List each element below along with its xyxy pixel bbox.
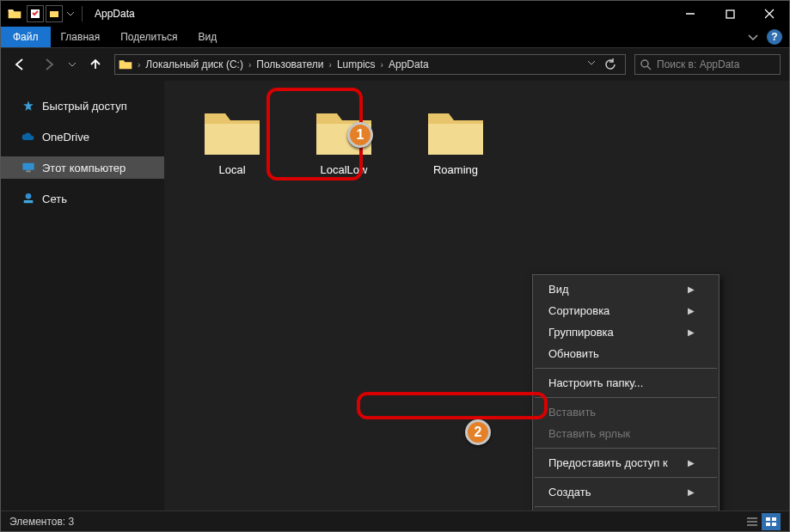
titlebar: AppData (1, 1, 789, 27)
chevron-right-icon: › (381, 60, 383, 70)
folder-locallow[interactable]: LocalLow (297, 107, 391, 176)
cloud-icon (21, 130, 35, 144)
drive-icon (119, 58, 132, 70)
svg-rect-3 (726, 10, 734, 18)
chevron-right-icon: ▶ (688, 487, 695, 497)
breadcrumb-seg[interactable]: Локальный диск (C:) (145, 58, 243, 70)
chevron-right-icon: ▶ (688, 327, 695, 337)
app-icon (8, 8, 21, 20)
chevron-right-icon: ▶ (688, 306, 695, 315)
tab-view[interactable]: Вид (187, 27, 227, 47)
separator (535, 448, 717, 449)
help-button[interactable]: ? (767, 29, 782, 45)
separator (535, 397, 717, 398)
sidebar-item-onedrive[interactable]: OneDrive (1, 125, 164, 148)
ctx-view[interactable]: Вид▶ (533, 278, 719, 300)
search-placeholder: Поиск в: AppData (657, 58, 739, 70)
qat-properties[interactable] (27, 5, 44, 22)
folder-local[interactable]: Local (185, 107, 279, 176)
svg-rect-16 (772, 517, 776, 521)
window-title: AppData (95, 8, 135, 20)
ctx-give-access[interactable]: Предоставить доступ к▶ (533, 452, 719, 474)
svg-rect-17 (766, 523, 770, 526)
sidebar-item-label: Быстрый доступ (42, 100, 127, 113)
content-area[interactable]: Local LocalLow Roaming Вид▶ Сортировка▶ … (164, 81, 789, 511)
folder-label: Local (218, 163, 245, 176)
view-icons-button[interactable] (762, 513, 781, 530)
svg-point-6 (641, 60, 648, 67)
annotation-badge-2: 2 (465, 419, 491, 445)
monitor-icon (21, 161, 35, 174)
separator (535, 477, 717, 478)
svg-rect-9 (26, 170, 30, 172)
ctx-paste: Вставить (533, 401, 719, 423)
chevron-right-icon: › (329, 60, 332, 70)
view-details-button[interactable] (743, 513, 762, 530)
chevron-right-icon: ▶ (688, 458, 695, 468)
svg-rect-18 (772, 523, 776, 526)
ribbon-tabs: Файл Главная Поделиться Вид ? (1, 27, 789, 48)
tab-share[interactable]: Поделиться (110, 27, 187, 47)
sidebar-item-quick-access[interactable]: Быстрый доступ (1, 95, 164, 117)
sidebar-item-label: Этот компьютер (42, 162, 126, 174)
search-icon (640, 59, 652, 70)
sidebar: Быстрый доступ OneDrive Этот компьютер С… (1, 81, 164, 511)
history-dropdown-icon[interactable] (68, 60, 77, 69)
ctx-refresh[interactable]: Обновить (533, 343, 719, 364)
tab-home[interactable]: Главная (51, 27, 111, 47)
folder-icon (313, 107, 375, 158)
back-button[interactable] (9, 54, 30, 75)
annotation-box-2 (357, 392, 548, 419)
sidebar-item-label: Сеть (42, 193, 67, 205)
forward-button[interactable] (39, 54, 59, 75)
svg-rect-15 (766, 517, 770, 521)
sidebar-item-network[interactable]: Сеть (1, 187, 164, 210)
folder-label: LocalLow (321, 163, 368, 176)
qat-new-folder[interactable] (46, 5, 63, 22)
star-icon (21, 99, 35, 113)
breadcrumb[interactable]: › Локальный диск (C:) › Пользователи › L… (114, 54, 626, 75)
item-count: Элементов: 3 (9, 516, 74, 528)
folder-icon (201, 107, 263, 158)
minimize-button[interactable] (671, 1, 710, 27)
tab-file[interactable]: Файл (1, 27, 51, 47)
breadcrumb-seg[interactable]: Lumpics (337, 58, 376, 70)
maximize-button[interactable] (710, 1, 750, 27)
folder-label: Roaming (433, 163, 478, 176)
up-button[interactable] (85, 54, 106, 75)
search-input[interactable]: Поиск в: AppData (634, 54, 781, 75)
separator (535, 368, 717, 369)
svg-rect-11 (24, 200, 34, 203)
breadcrumb-seg[interactable]: AppData (389, 58, 429, 70)
chevron-down-icon[interactable] (748, 32, 758, 42)
refresh-icon[interactable] (604, 58, 616, 70)
ctx-customize[interactable]: Настроить папку... (533, 372, 719, 394)
statusbar: Элементов: 3 (1, 511, 789, 531)
titlebar-icons (8, 5, 75, 22)
ctx-group[interactable]: Группировка▶ (533, 321, 719, 343)
svg-line-7 (647, 66, 651, 70)
network-icon (21, 192, 35, 205)
svg-point-10 (26, 193, 32, 199)
ctx-new[interactable]: Создать▶ (533, 481, 719, 503)
explorer-window: AppData Файл Главная Поделиться Вид ? › … (0, 0, 790, 532)
context-menu: Вид▶ Сортировка▶ Группировка▶ Обновить Н… (532, 274, 720, 532)
separator (535, 506, 717, 507)
svg-rect-1 (50, 11, 58, 17)
svg-rect-8 (22, 163, 34, 170)
sidebar-item-this-pc[interactable]: Этот компьютер (1, 156, 164, 179)
chevron-right-icon: › (248, 60, 251, 70)
qat-dropdown-icon[interactable] (66, 9, 75, 18)
folder-icon (425, 107, 487, 158)
folder-roaming[interactable]: Roaming (408, 107, 503, 176)
chevron-down-icon[interactable] (587, 58, 596, 67)
close-button[interactable] (750, 1, 789, 27)
chevron-right-icon: › (138, 60, 140, 70)
ctx-sort[interactable]: Сортировка▶ (533, 300, 719, 321)
breadcrumb-seg[interactable]: Пользователи (256, 58, 323, 70)
chevron-right-icon: ▶ (688, 284, 695, 294)
ctx-paste-shortcut: Вставить ярлык (533, 423, 719, 444)
addressbar: › Локальный диск (C:) › Пользователи › L… (1, 48, 789, 81)
sidebar-item-label: OneDrive (42, 131, 89, 144)
